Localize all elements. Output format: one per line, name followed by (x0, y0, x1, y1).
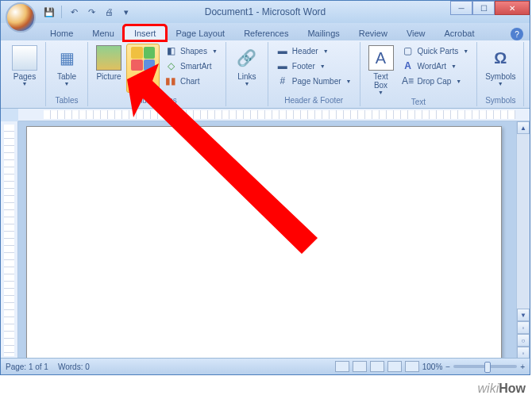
full-screen-view-button[interactable] (353, 361, 367, 372)
minimize-button[interactable]: ─ (450, 1, 472, 15)
quick-parts-icon: ▢ (402, 44, 414, 57)
ribbon-tabs: Home Menu Insert Page Layout References … (1, 23, 530, 40)
status-bar: Page: 1 of 1 Words: 0 100% − + (1, 358, 530, 374)
tab-acrobat[interactable]: Acrobat (435, 26, 484, 40)
tab-page-layout[interactable]: Page Layout (166, 26, 234, 40)
chevron-down-icon: ▼ (346, 79, 352, 84)
text-box-label: TextBox (373, 72, 387, 90)
links-label: Links (237, 72, 256, 81)
page-number-button[interactable]: # Page Number ▼ (273, 74, 355, 88)
group-tables: ▦ Table ▼ Tables (46, 42, 88, 106)
group-header-footer-label: Header & Footer (273, 95, 355, 105)
tab-home[interactable]: Home (40, 26, 83, 40)
group-symbols-label: Symbols (482, 95, 519, 105)
maximize-button[interactable]: ☐ (472, 1, 495, 15)
ribbon: Pages ▼ ▦ Table ▼ Tables Picture (1, 40, 530, 109)
tab-view[interactable]: View (397, 26, 435, 40)
chart-label: Chart (180, 77, 199, 86)
chevron-down-icon: ▼ (320, 63, 326, 69)
zoom-level[interactable]: 100% (422, 363, 443, 371)
chart-button[interactable]: ▮▮ Chart (161, 74, 221, 88)
zoom-slider[interactable] (453, 365, 517, 368)
text-box-icon: A (368, 45, 394, 71)
zoom-out-button[interactable]: − (445, 363, 450, 371)
drop-cap-label: Drop Cap (418, 77, 452, 86)
draft-view-button[interactable] (405, 361, 419, 372)
drop-cap-icon: A≡ (402, 75, 414, 87)
smartart-button[interactable]: ◇ SmartArt (161, 59, 221, 73)
page-number-icon: # (276, 75, 289, 87)
tab-review[interactable]: Review (349, 26, 397, 40)
tab-menu[interactable]: Menu (83, 26, 124, 40)
group-illustrations: Picture ClipArt ◧ Shapes ▼ (88, 42, 226, 106)
quick-parts-button[interactable]: ▢ Quick Parts ▼ (399, 44, 472, 58)
chevron-down-icon: ▼ (451, 63, 457, 69)
text-box-button[interactable]: A TextBox ▼ (365, 44, 397, 97)
drop-cap-button[interactable]: A≡ Drop Cap ▼ (399, 74, 472, 88)
quick-access-toolbar: 💾 ↶ ↷ 🖨 ▾ (42, 5, 133, 19)
zoom-in-button[interactable]: + (520, 363, 525, 371)
close-button[interactable]: ✕ (495, 1, 530, 15)
chevron-down-icon: ▼ (212, 48, 218, 54)
print-layout-view-button[interactable] (335, 361, 349, 372)
footer-label: Footer (292, 62, 315, 71)
picture-label: Picture (96, 72, 121, 81)
chevron-down-icon: ▼ (323, 48, 329, 54)
symbols-icon: Ω (488, 45, 513, 71)
status-page[interactable]: Page: 1 of 1 (6, 363, 48, 371)
status-words[interactable]: Words: 0 (58, 363, 90, 371)
scroll-up-button[interactable]: ▲ (517, 121, 530, 134)
office-button[interactable] (6, 2, 36, 33)
wordart-icon: A (402, 59, 414, 72)
shapes-label: Shapes (180, 47, 207, 56)
web-layout-view-button[interactable] (370, 361, 384, 372)
chevron-down-icon: ▼ (22, 81, 28, 86)
group-illustrations-label: Illustrations (93, 95, 221, 105)
footer-icon: ▬ (276, 59, 289, 72)
scroll-down-button[interactable]: ▼ (517, 309, 530, 321)
symbols-button[interactable]: Ω Symbols ▼ (482, 44, 519, 88)
group-flash-label: Flash (529, 95, 532, 105)
header-button[interactable]: ▬ Header ▼ (273, 44, 355, 58)
table-label: Table (57, 72, 76, 81)
outline-view-button[interactable] (387, 361, 402, 372)
group-text: A TextBox ▼ ▢ Quick Parts ▼ A WordArt (360, 42, 478, 106)
pages-icon (12, 45, 37, 71)
qat-more-icon[interactable]: ▾ (119, 5, 133, 19)
group-text-label: Text (365, 97, 472, 106)
wordart-button[interactable]: A WordArt ▼ (399, 59, 472, 73)
pages-label: Pages (13, 72, 36, 81)
links-button[interactable]: 🔗 Links ▼ (231, 44, 263, 88)
group-tables-label: Tables (51, 95, 83, 105)
print-icon[interactable]: 🖨 (102, 5, 116, 19)
clip-art-button[interactable]: ClipArt (126, 44, 160, 93)
quick-parts-label: Quick Parts (418, 47, 459, 56)
group-header-footer: ▬ Header ▼ ▬ Footer ▼ # Page Number ▼ (268, 42, 360, 106)
chevron-down-icon: ▼ (244, 81, 249, 86)
chevron-down-icon: ▼ (378, 90, 384, 95)
embed-flash-button[interactable]: ⚡ EmbedFlash (529, 44, 532, 91)
clip-art-label: ClipArt (136, 73, 149, 90)
picture-button[interactable]: Picture (93, 44, 125, 82)
group-symbols: Ω Symbols ▼ Symbols (477, 42, 524, 106)
vertical-ruler[interactable] (1, 121, 18, 359)
group-links: 🔗 Links ▼ (226, 42, 268, 106)
prev-page-button[interactable]: ◦ (517, 321, 530, 334)
browse-object-button[interactable]: ○ (517, 334, 530, 347)
footer-button[interactable]: ▬ Footer ▼ (273, 59, 355, 73)
tab-mailings[interactable]: Mailings (298, 26, 349, 40)
smartart-label: SmartArt (180, 62, 211, 71)
tab-references[interactable]: References (234, 26, 298, 40)
help-icon[interactable]: ? (511, 28, 523, 40)
table-button[interactable]: ▦ Table ▼ (51, 44, 83, 88)
pages-button[interactable]: Pages ▼ (9, 44, 40, 88)
horizontal-ruler[interactable] (18, 109, 530, 121)
document-page[interactable] (26, 126, 502, 359)
save-icon[interactable]: 💾 (42, 5, 56, 19)
redo-icon[interactable]: ↷ (84, 5, 98, 19)
table-icon: ▦ (54, 45, 79, 71)
shapes-button[interactable]: ◧ Shapes ▼ (161, 44, 221, 58)
undo-icon[interactable]: ↶ (67, 5, 81, 19)
tab-insert[interactable]: Insert (124, 25, 167, 40)
vertical-scrollbar[interactable]: ▲ ▼ ◦ ○ ◦ (516, 121, 530, 359)
